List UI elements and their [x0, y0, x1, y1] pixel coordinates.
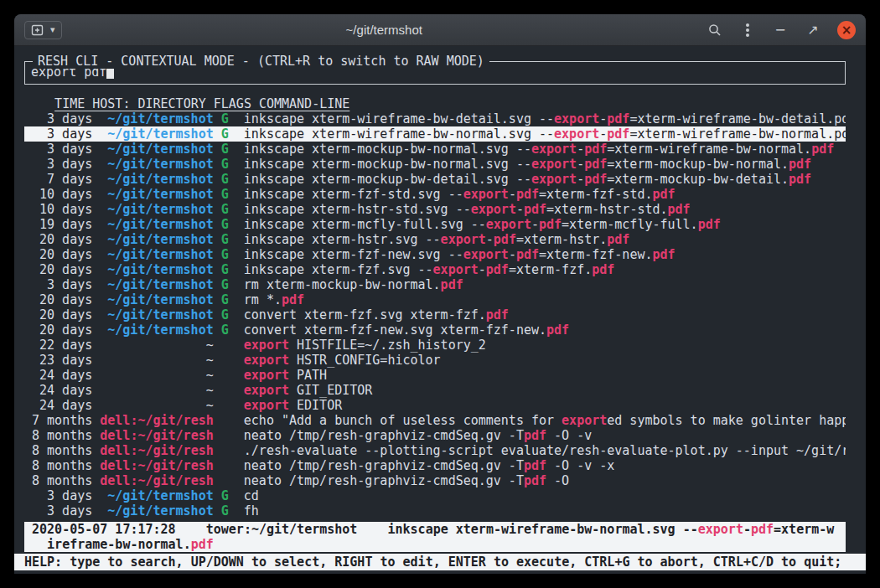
search-match: export	[554, 126, 599, 142]
history-row[interactable]: 8 monthsdell:~/git/reshneato /tmp/resh-g…	[24, 458, 846, 473]
history-row[interactable]: 10 days~/git/termshotGinkscape xterm-fzf…	[24, 187, 846, 202]
entry-flags: G	[221, 232, 229, 247]
entry-flags: G	[221, 307, 229, 322]
maximize-button[interactable]: ↗	[805, 21, 821, 39]
entry-command: inkscape xterm-wireframe-bw-detail.svg -…	[244, 111, 846, 126]
history-row[interactable]: 3 days~/git/termshotGcd	[24, 488, 846, 503]
search-match: pdf	[191, 537, 214, 552]
history-row[interactable]: 3 days~/git/termshotGinkscape xterm-mock…	[24, 157, 846, 172]
search-match: pdf	[668, 202, 691, 217]
help-bar: HELP: type to search, UP/DOWN to select,…	[14, 554, 866, 570]
search-match: pdf	[607, 111, 629, 126]
entry-host-directory: ~	[100, 353, 213, 368]
search-match: pdf	[607, 126, 629, 142]
search-match: pdf	[789, 172, 811, 187]
entry-command: ./resh-evaluate --plotting-script evalua…	[244, 443, 846, 458]
search-match: pdf	[486, 307, 509, 322]
close-button[interactable]: ×	[837, 21, 856, 39]
entry-host-directory: dell:~/git/resh	[100, 428, 213, 443]
history-row[interactable]: 3 days~/git/termshotGrm xterm-mockup-bw-…	[24, 277, 846, 292]
history-row[interactable]: 7 days~/git/termshotGinkscape xterm-mock…	[24, 172, 846, 187]
history-row[interactable]: 10 days~/git/termshotGinkscape xterm-hst…	[24, 202, 846, 217]
entry-host-directory: ~/git/termshot	[100, 277, 213, 292]
entry-host-directory: ~	[100, 368, 213, 383]
resh-search-box[interactable]: RESH CLI - CONTEXTUAL MODE - (CTRL+R to …	[24, 61, 846, 85]
entry-command: echo "Add a bunch of useless comments fo…	[244, 413, 846, 428]
entry-time: 3 days	[32, 157, 92, 172]
entry-flags: G	[221, 277, 229, 292]
entry-host-directory: ~	[100, 398, 213, 413]
entry-host-directory: ~/git/termshot	[100, 232, 213, 247]
entry-flags: G	[221, 157, 229, 172]
entry-flags: G	[221, 142, 229, 157]
search-match: pdf	[584, 157, 607, 172]
history-row[interactable]: 20 days~/git/termshotGconvert xterm-fzf.…	[24, 307, 846, 322]
history-row[interactable]: 8 monthsdell:~/git/resh./resh-evaluate -…	[24, 443, 846, 458]
entry-time: 20 days	[32, 247, 92, 262]
history-row[interactable]: 20 days~/git/termshotGinkscape xterm-fzf…	[24, 247, 846, 262]
entry-host-directory: dell:~/git/resh	[100, 473, 213, 488]
entry-command: inkscape xterm-mcfly-full.svg --export-p…	[244, 217, 721, 232]
entry-time: 7 months	[32, 413, 92, 428]
search-match: pdf	[539, 217, 562, 232]
history-row[interactable]: 23 days~export HSTR_CONFIG=hicolor	[24, 353, 846, 368]
search-match: pdf	[486, 262, 509, 277]
search-match: export	[433, 262, 479, 277]
history-row[interactable]: 20 days~/git/termshotGrm *.pdf	[24, 292, 846, 307]
new-tab-button[interactable]: ▾	[24, 21, 62, 39]
entry-flags: G	[221, 292, 229, 307]
entry-command: convert xterm-fzf.svg xterm-fzf.pdf	[244, 307, 509, 322]
history-row[interactable]: 8 monthsdell:~/git/reshneato /tmp/resh-g…	[24, 473, 846, 488]
entry-time: 3 days	[32, 277, 92, 292]
entry-host-directory: ~	[100, 338, 213, 353]
history-row[interactable]: 19 days~/git/termshotGinkscape xterm-mcf…	[24, 217, 846, 232]
history-row[interactable]: 24 days~export PATH	[24, 368, 846, 383]
entry-command: export GIT_EDITOR	[244, 383, 373, 398]
entry-host-directory: dell:~/git/resh	[100, 413, 213, 428]
history-row[interactable]: 3 days~/git/termshotGfh	[24, 503, 846, 518]
search-match: export	[441, 232, 486, 247]
search-button[interactable]	[707, 21, 723, 39]
search-match: pdf	[584, 142, 607, 157]
entry-command: export EDITOR	[244, 398, 342, 413]
menu-button[interactable]	[739, 21, 756, 39]
history-row[interactable]: 7 monthsdell:~/git/reshecho "Add a bunch…	[24, 413, 846, 428]
history-row[interactable]: 20 days~/git/termshotGinkscape xterm-fzf…	[24, 262, 846, 277]
search-match: pdf	[751, 522, 774, 537]
history-row-selected[interactable]: 3 days~/git/termshotGinkscape xterm-wire…	[24, 126, 846, 142]
entry-flags: G	[221, 488, 229, 503]
search-match: pdf	[524, 458, 546, 473]
history-row[interactable]: 20 days~/git/termshotGinkscape xterm-hst…	[24, 232, 846, 247]
search-match: pdf	[524, 428, 546, 443]
search-match: export	[698, 522, 743, 537]
entry-command: inkscape xterm-mockup-bw-normal.svg --ex…	[244, 142, 834, 157]
history-row[interactable]: 8 monthsdell:~/git/reshneato /tmp/resh-g…	[24, 428, 846, 443]
entry-flags: G	[221, 126, 229, 142]
search-match: pdf	[546, 322, 569, 338]
history-row[interactable]: 20 days~/git/termshotGconvert xterm-fzf-…	[24, 322, 846, 338]
history-row[interactable]: 22 days~export HISTFILE=~/.zsh_history_2	[24, 338, 846, 353]
entry-time: 20 days	[32, 262, 92, 277]
history-row[interactable]: 24 days~export EDITOR	[24, 398, 846, 413]
search-match: export	[554, 111, 599, 126]
entry-time: 3 days	[32, 488, 92, 503]
search-match: pdf	[652, 187, 675, 202]
entry-time: 8 months	[32, 428, 92, 443]
entry-command: rm *.pdf	[244, 292, 304, 307]
search-match: pdf	[441, 277, 463, 292]
search-match: pdf	[607, 232, 629, 247]
history-row[interactable]: 24 days~export GIT_EDITOR	[24, 383, 846, 398]
entry-command: inkscape xterm-hstr-std.svg --export-pdf…	[244, 202, 691, 217]
entry-time: 20 days	[32, 307, 92, 322]
minimize-button[interactable]: −	[772, 21, 789, 39]
entry-time: 19 days	[32, 217, 92, 232]
search-match: pdf	[494, 232, 516, 247]
chevron-down-icon: ▾	[50, 24, 55, 35]
entry-host-directory: ~/git/termshot	[100, 187, 213, 202]
new-tab-icon	[31, 24, 44, 36]
entry-host-directory: dell:~/git/resh	[100, 458, 213, 473]
entry-command: inkscape xterm-hstr.svg --export-pdf=xte…	[244, 232, 630, 247]
history-row[interactable]: 3 days~/git/termshotGinkscape xterm-mock…	[24, 142, 846, 157]
search-match: export	[244, 398, 289, 413]
history-row[interactable]: 3 days~/git/termshotGinkscape xterm-wire…	[24, 111, 846, 126]
